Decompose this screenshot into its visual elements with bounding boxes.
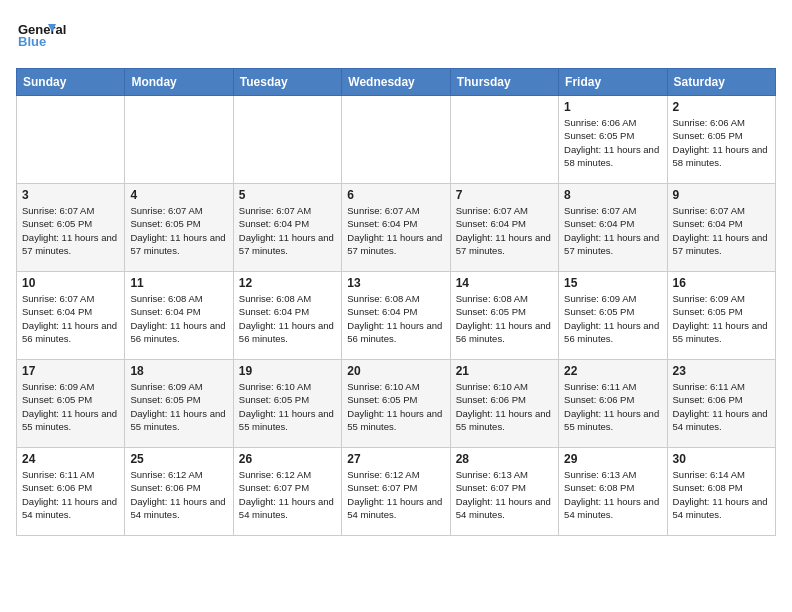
calendar-cell: 28Sunrise: 6:13 AM Sunset: 6:07 PM Dayli… <box>450 448 558 536</box>
calendar-cell: 10Sunrise: 6:07 AM Sunset: 6:04 PM Dayli… <box>17 272 125 360</box>
day-number: 15 <box>564 276 661 290</box>
day-number: 10 <box>22 276 119 290</box>
day-number: 8 <box>564 188 661 202</box>
day-number: 20 <box>347 364 444 378</box>
calendar-cell: 21Sunrise: 6:10 AM Sunset: 6:06 PM Dayli… <box>450 360 558 448</box>
calendar-cell: 23Sunrise: 6:11 AM Sunset: 6:06 PM Dayli… <box>667 360 775 448</box>
day-info: Sunrise: 6:07 AM Sunset: 6:04 PM Dayligh… <box>347 204 444 257</box>
day-header-monday: Monday <box>125 69 233 96</box>
calendar-cell: 3Sunrise: 6:07 AM Sunset: 6:05 PM Daylig… <box>17 184 125 272</box>
calendar-cell: 26Sunrise: 6:12 AM Sunset: 6:07 PM Dayli… <box>233 448 341 536</box>
day-number: 7 <box>456 188 553 202</box>
week-row-5: 24Sunrise: 6:11 AM Sunset: 6:06 PM Dayli… <box>17 448 776 536</box>
day-number: 3 <box>22 188 119 202</box>
day-info: Sunrise: 6:12 AM Sunset: 6:07 PM Dayligh… <box>239 468 336 521</box>
day-info: Sunrise: 6:07 AM Sunset: 6:04 PM Dayligh… <box>673 204 770 257</box>
day-info: Sunrise: 6:07 AM Sunset: 6:04 PM Dayligh… <box>456 204 553 257</box>
calendar-cell <box>17 96 125 184</box>
day-number: 23 <box>673 364 770 378</box>
day-header-sunday: Sunday <box>17 69 125 96</box>
day-number: 4 <box>130 188 227 202</box>
calendar-cell: 8Sunrise: 6:07 AM Sunset: 6:04 PM Daylig… <box>559 184 667 272</box>
day-info: Sunrise: 6:08 AM Sunset: 6:04 PM Dayligh… <box>347 292 444 345</box>
day-info: Sunrise: 6:11 AM Sunset: 6:06 PM Dayligh… <box>22 468 119 521</box>
week-row-1: 1Sunrise: 6:06 AM Sunset: 6:05 PM Daylig… <box>17 96 776 184</box>
day-number: 29 <box>564 452 661 466</box>
calendar-cell: 18Sunrise: 6:09 AM Sunset: 6:05 PM Dayli… <box>125 360 233 448</box>
day-number: 14 <box>456 276 553 290</box>
svg-text:Blue: Blue <box>18 34 46 49</box>
day-info: Sunrise: 6:07 AM Sunset: 6:04 PM Dayligh… <box>22 292 119 345</box>
week-row-2: 3Sunrise: 6:07 AM Sunset: 6:05 PM Daylig… <box>17 184 776 272</box>
day-number: 18 <box>130 364 227 378</box>
day-number: 21 <box>456 364 553 378</box>
calendar-cell: 25Sunrise: 6:12 AM Sunset: 6:06 PM Dayli… <box>125 448 233 536</box>
day-info: Sunrise: 6:11 AM Sunset: 6:06 PM Dayligh… <box>564 380 661 433</box>
day-info: Sunrise: 6:08 AM Sunset: 6:04 PM Dayligh… <box>130 292 227 345</box>
day-info: Sunrise: 6:07 AM Sunset: 6:04 PM Dayligh… <box>239 204 336 257</box>
logo-icon: General Blue <box>16 16 86 56</box>
day-info: Sunrise: 6:09 AM Sunset: 6:05 PM Dayligh… <box>130 380 227 433</box>
calendar-header-row: SundayMondayTuesdayWednesdayThursdayFrid… <box>17 69 776 96</box>
calendar-table: SundayMondayTuesdayWednesdayThursdayFrid… <box>16 68 776 536</box>
page-header: General Blue <box>16 16 776 56</box>
day-number: 27 <box>347 452 444 466</box>
day-number: 30 <box>673 452 770 466</box>
calendar-cell: 11Sunrise: 6:08 AM Sunset: 6:04 PM Dayli… <box>125 272 233 360</box>
day-number: 9 <box>673 188 770 202</box>
calendar-cell: 15Sunrise: 6:09 AM Sunset: 6:05 PM Dayli… <box>559 272 667 360</box>
calendar-cell: 1Sunrise: 6:06 AM Sunset: 6:05 PM Daylig… <box>559 96 667 184</box>
day-info: Sunrise: 6:12 AM Sunset: 6:07 PM Dayligh… <box>347 468 444 521</box>
day-number: 25 <box>130 452 227 466</box>
day-info: Sunrise: 6:08 AM Sunset: 6:04 PM Dayligh… <box>239 292 336 345</box>
calendar-cell: 22Sunrise: 6:11 AM Sunset: 6:06 PM Dayli… <box>559 360 667 448</box>
week-row-3: 10Sunrise: 6:07 AM Sunset: 6:04 PM Dayli… <box>17 272 776 360</box>
day-info: Sunrise: 6:10 AM Sunset: 6:05 PM Dayligh… <box>347 380 444 433</box>
day-info: Sunrise: 6:06 AM Sunset: 6:05 PM Dayligh… <box>564 116 661 169</box>
day-number: 12 <box>239 276 336 290</box>
calendar-cell: 16Sunrise: 6:09 AM Sunset: 6:05 PM Dayli… <box>667 272 775 360</box>
calendar-cell: 27Sunrise: 6:12 AM Sunset: 6:07 PM Dayli… <box>342 448 450 536</box>
calendar-cell <box>125 96 233 184</box>
day-info: Sunrise: 6:06 AM Sunset: 6:05 PM Dayligh… <box>673 116 770 169</box>
calendar-cell: 17Sunrise: 6:09 AM Sunset: 6:05 PM Dayli… <box>17 360 125 448</box>
calendar-cell: 13Sunrise: 6:08 AM Sunset: 6:04 PM Dayli… <box>342 272 450 360</box>
calendar-cell: 7Sunrise: 6:07 AM Sunset: 6:04 PM Daylig… <box>450 184 558 272</box>
day-number: 22 <box>564 364 661 378</box>
day-info: Sunrise: 6:09 AM Sunset: 6:05 PM Dayligh… <box>564 292 661 345</box>
calendar-cell: 9Sunrise: 6:07 AM Sunset: 6:04 PM Daylig… <box>667 184 775 272</box>
calendar-cell: 30Sunrise: 6:14 AM Sunset: 6:08 PM Dayli… <box>667 448 775 536</box>
day-number: 26 <box>239 452 336 466</box>
day-number: 6 <box>347 188 444 202</box>
day-info: Sunrise: 6:13 AM Sunset: 6:07 PM Dayligh… <box>456 468 553 521</box>
day-header-tuesday: Tuesday <box>233 69 341 96</box>
calendar-cell: 14Sunrise: 6:08 AM Sunset: 6:05 PM Dayli… <box>450 272 558 360</box>
day-info: Sunrise: 6:12 AM Sunset: 6:06 PM Dayligh… <box>130 468 227 521</box>
day-info: Sunrise: 6:09 AM Sunset: 6:05 PM Dayligh… <box>22 380 119 433</box>
calendar-cell <box>233 96 341 184</box>
calendar-cell: 4Sunrise: 6:07 AM Sunset: 6:05 PM Daylig… <box>125 184 233 272</box>
logo: General Blue <box>16 16 86 56</box>
calendar-cell: 2Sunrise: 6:06 AM Sunset: 6:05 PM Daylig… <box>667 96 775 184</box>
day-number: 13 <box>347 276 444 290</box>
day-header-wednesday: Wednesday <box>342 69 450 96</box>
day-info: Sunrise: 6:09 AM Sunset: 6:05 PM Dayligh… <box>673 292 770 345</box>
day-info: Sunrise: 6:13 AM Sunset: 6:08 PM Dayligh… <box>564 468 661 521</box>
day-info: Sunrise: 6:10 AM Sunset: 6:05 PM Dayligh… <box>239 380 336 433</box>
day-info: Sunrise: 6:07 AM Sunset: 6:05 PM Dayligh… <box>22 204 119 257</box>
week-row-4: 17Sunrise: 6:09 AM Sunset: 6:05 PM Dayli… <box>17 360 776 448</box>
day-info: Sunrise: 6:11 AM Sunset: 6:06 PM Dayligh… <box>673 380 770 433</box>
day-number: 1 <box>564 100 661 114</box>
day-header-thursday: Thursday <box>450 69 558 96</box>
calendar-cell: 24Sunrise: 6:11 AM Sunset: 6:06 PM Dayli… <box>17 448 125 536</box>
calendar-cell: 19Sunrise: 6:10 AM Sunset: 6:05 PM Dayli… <box>233 360 341 448</box>
calendar-cell: 5Sunrise: 6:07 AM Sunset: 6:04 PM Daylig… <box>233 184 341 272</box>
day-number: 24 <box>22 452 119 466</box>
day-header-friday: Friday <box>559 69 667 96</box>
day-info: Sunrise: 6:07 AM Sunset: 6:05 PM Dayligh… <box>130 204 227 257</box>
calendar-cell <box>342 96 450 184</box>
day-header-saturday: Saturday <box>667 69 775 96</box>
calendar-cell: 20Sunrise: 6:10 AM Sunset: 6:05 PM Dayli… <box>342 360 450 448</box>
day-info: Sunrise: 6:10 AM Sunset: 6:06 PM Dayligh… <box>456 380 553 433</box>
day-number: 2 <box>673 100 770 114</box>
